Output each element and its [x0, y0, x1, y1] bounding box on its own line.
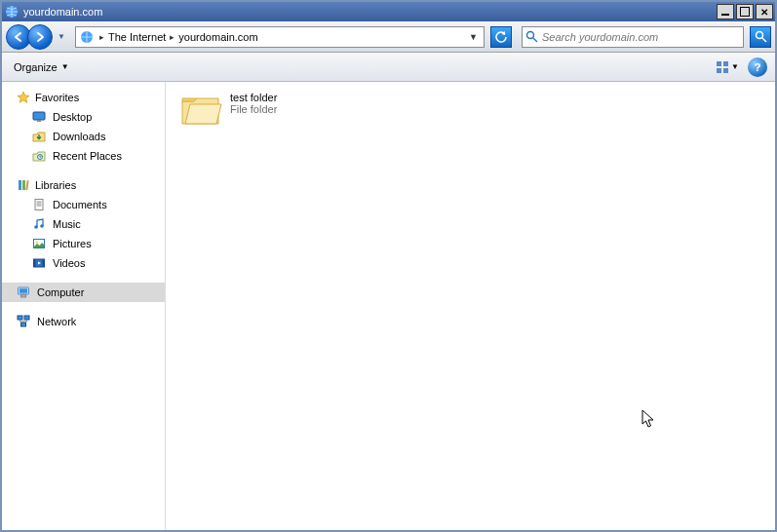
sidebar-item-label: Computer [37, 286, 84, 298]
svg-rect-32 [21, 323, 26, 326]
cursor-icon [641, 409, 655, 429]
view-options-button[interactable]: ▼ [713, 57, 742, 78]
search-icon [523, 30, 540, 43]
svg-point-23 [36, 242, 38, 244]
sidebar-item-label: Downloads [53, 131, 105, 142]
forward-button[interactable] [27, 24, 53, 50]
svg-rect-14 [22, 180, 25, 190]
favorites-star-icon [16, 90, 31, 105]
chevron-down-icon: ▼ [731, 62, 739, 71]
maximize-button[interactable] [736, 4, 754, 19]
favorites-label: Favorites [35, 92, 79, 103]
folder-item[interactable]: test folder File folder [179, 92, 277, 129]
music-icon [31, 216, 47, 232]
sidebar-item-label: Documents [53, 199, 107, 210]
close-button[interactable]: ✕ [756, 4, 773, 19]
libraries-icon [16, 177, 31, 193]
svg-rect-30 [18, 316, 22, 320]
downloads-icon [31, 129, 47, 144]
svg-rect-8 [717, 68, 721, 73]
navigation-bar: ▼ ▸ The Internet ▸ yourdomain.com ▼ [2, 21, 775, 53]
minimize-button[interactable] [717, 4, 734, 19]
titlebar[interactable]: yourdomain.com ✕ [2, 2, 775, 21]
refresh-button[interactable] [490, 26, 512, 48]
computer-icon [16, 285, 31, 300]
svg-rect-15 [25, 180, 28, 190]
breadcrumb-segment[interactable]: The Internet [106, 31, 168, 43]
folder-type: File folder [230, 103, 277, 115]
svg-rect-26 [43, 259, 45, 267]
libraries-section: Libraries Documents Music Pictures Video… [2, 175, 165, 273]
sidebar-item-pictures[interactable]: Pictures [2, 234, 165, 253]
sidebar-item-computer[interactable]: Computer [2, 283, 165, 302]
chevron-down-icon: ▼ [61, 62, 69, 71]
pictures-icon [31, 236, 47, 251]
window-controls: ✕ [717, 4, 773, 19]
sidebar-item-videos[interactable]: Videos [2, 253, 165, 273]
navigation-pane: Favorites Desktop Downloads Recent Place… [2, 82, 166, 530]
favorites-section: Favorites Desktop Downloads Recent Place… [2, 88, 165, 166]
sidebar-item-desktop[interactable]: Desktop [2, 107, 165, 127]
favorites-header[interactable]: Favorites [2, 88, 165, 107]
search-go-button[interactable] [750, 26, 771, 48]
sidebar-item-label: Recent Places [53, 150, 122, 162]
svg-line-5 [762, 38, 766, 42]
folder-item-text: test folder File folder [230, 92, 277, 115]
organize-label: Organize [14, 61, 58, 73]
window-title: yourdomain.com [23, 6, 717, 18]
desktop-icon [31, 109, 47, 125]
svg-point-4 [756, 32, 762, 39]
svg-rect-6 [717, 61, 721, 66]
svg-rect-31 [24, 316, 29, 320]
explorer-window: yourdomain.com ✕ ▼ ▸ The Internet ▸ your… [0, 0, 777, 532]
folder-icon [179, 92, 222, 129]
svg-rect-13 [19, 180, 21, 190]
view-icon [716, 60, 729, 74]
content-pane[interactable]: test folder File folder [166, 82, 775, 530]
sidebar-item-network[interactable]: Network [2, 312, 165, 331]
svg-line-3 [533, 38, 537, 42]
network-icon [16, 314, 31, 329]
svg-rect-11 [37, 120, 41, 122]
folder-name: test folder [230, 92, 277, 103]
address-dropdown[interactable]: ▼ [463, 32, 484, 42]
command-bar: Organize ▼ ▼ ? [2, 53, 775, 82]
videos-icon [31, 255, 47, 271]
svg-point-21 [40, 224, 44, 228]
breadcrumb-separator-icon[interactable]: ▸ [97, 32, 106, 42]
address-bar[interactable]: ▸ The Internet ▸ yourdomain.com ▼ [75, 26, 485, 48]
location-icon [78, 28, 96, 46]
svg-rect-29 [21, 295, 26, 298]
breadcrumb-separator-icon[interactable]: ▸ [168, 32, 176, 42]
app-icon [4, 4, 19, 19]
sidebar-item-label: Pictures [53, 238, 92, 249]
search-box[interactable] [522, 26, 744, 48]
libraries-label: Libraries [35, 179, 76, 191]
sidebar-item-music[interactable]: Music [2, 214, 165, 234]
sidebar-item-label: Music [53, 218, 81, 230]
svg-rect-9 [723, 68, 728, 73]
nav-arrows [6, 24, 53, 50]
breadcrumb-segment[interactable]: yourdomain.com [176, 31, 259, 43]
sidebar-item-documents[interactable]: Documents [2, 195, 165, 214]
documents-icon [31, 197, 47, 212]
svg-rect-25 [34, 259, 36, 267]
computer-section: Computer [2, 283, 165, 302]
sidebar-item-recent-places[interactable]: Recent Places [2, 146, 165, 166]
sidebar-item-label: Desktop [53, 111, 92, 123]
svg-rect-28 [19, 288, 27, 293]
svg-rect-7 [723, 61, 728, 66]
sidebar-item-label: Videos [53, 257, 85, 269]
recent-places-icon [31, 148, 47, 164]
sidebar-item-downloads[interactable]: Downloads [2, 127, 165, 146]
organize-menu[interactable]: Organize ▼ [10, 59, 73, 75]
sidebar-item-label: Network [37, 316, 76, 327]
svg-rect-10 [33, 112, 45, 120]
svg-point-20 [34, 225, 38, 229]
search-input[interactable] [540, 28, 743, 46]
history-dropdown[interactable]: ▼ [56, 32, 67, 41]
help-button[interactable]: ? [748, 57, 767, 77]
libraries-header[interactable]: Libraries [2, 175, 165, 195]
svg-rect-16 [35, 200, 43, 210]
network-section: Network [2, 312, 165, 331]
